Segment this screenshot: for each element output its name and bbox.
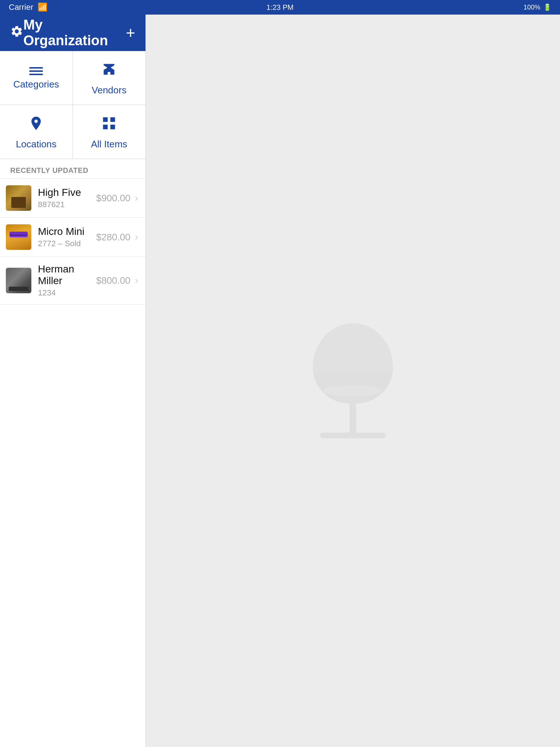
list-item[interactable]: Micro Mini 2772 – Sold $280.00 ›	[0, 218, 145, 257]
hamburger-icon	[29, 67, 43, 75]
status-bar: Carrier 📶 1:23 PM 100% 🔋	[0, 0, 560, 15]
item-name: Micro Mini	[38, 226, 96, 237]
vendors-label: Vendors	[92, 85, 127, 96]
nav-item-all-items[interactable]: All Items	[73, 105, 146, 159]
item-info: Herman Miller 1234	[38, 263, 96, 298]
status-bar-time: 1:23 PM	[267, 3, 293, 12]
item-price: $900.00	[96, 193, 131, 204]
list-item[interactable]: High Five 887621 $900.00 ›	[0, 178, 145, 218]
status-bar-left: Carrier 📶	[9, 3, 47, 12]
item-thumbnail-micromini	[6, 224, 31, 250]
nav-item-vendors[interactable]: Vendors	[73, 51, 146, 105]
chair-seat-shape	[313, 323, 393, 403]
chair-bowl-inner-shape	[324, 385, 382, 396]
nav-item-categories[interactable]: Categories	[0, 51, 73, 105]
carrier-label: Carrier	[9, 3, 33, 12]
wifi-icon: 📶	[38, 3, 47, 12]
status-bar-right: 100% 🔋	[524, 3, 551, 11]
item-subtitle: 2772 – Sold	[38, 239, 96, 248]
item-info: High Five 887621	[38, 187, 96, 209]
grid-icon	[101, 115, 117, 135]
empty-state-illustration	[313, 323, 393, 438]
chair-base-shape	[320, 433, 386, 438]
chevron-right-icon: ›	[135, 275, 138, 286]
item-info: Micro Mini 2772 – Sold	[38, 226, 96, 248]
app-container: My Organization + Categories Vendors	[0, 15, 560, 747]
left-panel: My Organization + Categories Vendors	[0, 15, 146, 747]
app-title: My Organization	[23, 17, 126, 49]
battery-icon: 🔋	[543, 3, 551, 11]
nav-grid: Categories Vendors Locations	[0, 51, 145, 159]
right-panel	[146, 15, 560, 747]
settings-icon[interactable]	[10, 25, 23, 41]
item-subtitle: 1234	[38, 288, 96, 298]
item-name: High Five	[38, 187, 96, 198]
chevron-right-icon: ›	[135, 192, 138, 204]
chevron-right-icon: ›	[135, 231, 138, 243]
battery-label: 100%	[524, 4, 540, 11]
store-icon	[101, 61, 117, 81]
item-name: Herman Miller	[38, 263, 96, 287]
categories-label: Categories	[13, 79, 59, 90]
item-thumbnail-highfive	[6, 185, 31, 211]
list-item[interactable]: Herman Miller 1234 $800.00 ›	[0, 257, 145, 305]
locations-label: Locations	[16, 139, 57, 150]
nav-item-locations[interactable]: Locations	[0, 105, 73, 159]
item-thumbnail-herman	[6, 268, 31, 293]
recently-updated-list: High Five 887621 $900.00 › Micro Mini 27…	[0, 178, 145, 305]
item-price: $280.00	[96, 232, 131, 243]
recently-updated-label: RECENTLY UPDATED	[10, 166, 88, 174]
location-pin-icon	[28, 115, 44, 135]
all-items-label: All Items	[91, 139, 127, 150]
chair-stem-shape	[350, 403, 356, 433]
app-header: My Organization +	[0, 15, 145, 51]
recently-updated-header: RECENTLY UPDATED	[0, 159, 145, 178]
item-price: $800.00	[96, 275, 131, 286]
add-item-button[interactable]: +	[126, 25, 135, 41]
item-subtitle: 887621	[38, 200, 96, 209]
